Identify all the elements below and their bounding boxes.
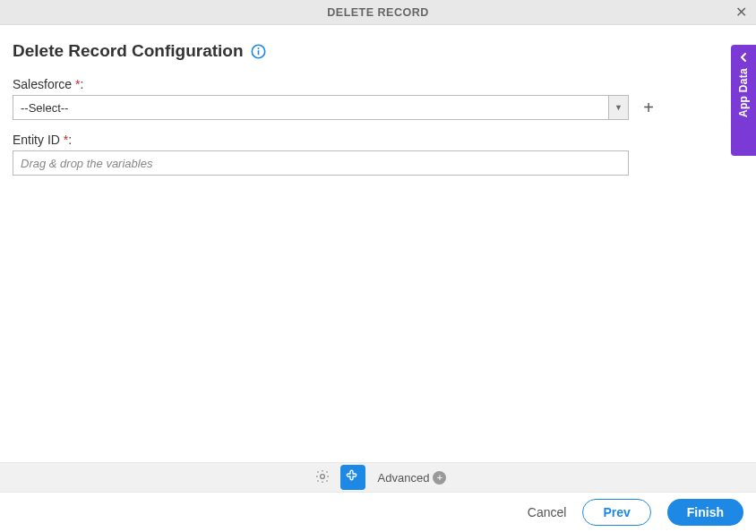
salesforce-field: Salesforce *: --Select-- ▼ + xyxy=(13,77,743,120)
form-area: Salesforce *: --Select-- ▼ + Entity ID *… xyxy=(0,73,756,176)
advanced-label: Advanced xyxy=(378,471,430,485)
chevron-down-icon: ▼ xyxy=(608,96,628,119)
app-data-side-tab[interactable]: App Data xyxy=(731,45,756,156)
svg-rect-2 xyxy=(257,50,259,55)
add-salesforce-button[interactable]: + xyxy=(636,95,661,120)
puzzle-icon xyxy=(345,468,361,487)
plus-icon: + xyxy=(643,99,654,116)
app-data-label: App Data xyxy=(737,68,750,117)
plus-circle-icon: + xyxy=(433,471,446,485)
entity-id-input[interactable] xyxy=(13,150,629,176)
close-icon: ✕ xyxy=(735,4,747,20)
finish-button[interactable]: Finish xyxy=(667,499,743,526)
close-button[interactable]: ✕ xyxy=(735,5,747,20)
salesforce-dropdown[interactable]: --Select-- ▼ xyxy=(13,95,629,120)
info-icon[interactable] xyxy=(251,44,266,59)
toolbar-strip: Advanced + xyxy=(0,462,756,493)
gear-icon xyxy=(314,468,331,487)
advanced-toggle[interactable]: Advanced + xyxy=(378,471,447,485)
integration-tab-button[interactable] xyxy=(340,465,365,490)
chevron-left-icon xyxy=(738,52,749,63)
page-title: Delete Record Configuration xyxy=(13,41,244,61)
modal-header: DELETE RECORD ✕ xyxy=(0,0,756,25)
salesforce-dropdown-value: --Select-- xyxy=(13,96,608,119)
settings-tab-button[interactable] xyxy=(310,465,335,490)
footer: Cancel Prev Finish xyxy=(0,493,756,532)
salesforce-label: Salesforce *: xyxy=(13,77,743,91)
prev-button[interactable]: Prev xyxy=(582,499,650,526)
cancel-button[interactable]: Cancel xyxy=(528,505,567,519)
entity-id-field: Entity ID *: xyxy=(13,133,743,176)
entity-id-label: Entity ID *: xyxy=(13,133,743,147)
modal-title: DELETE RECORD xyxy=(327,6,428,19)
page-title-row: Delete Record Configuration xyxy=(0,25,756,73)
svg-point-1 xyxy=(257,47,259,49)
svg-point-3 xyxy=(320,474,324,478)
